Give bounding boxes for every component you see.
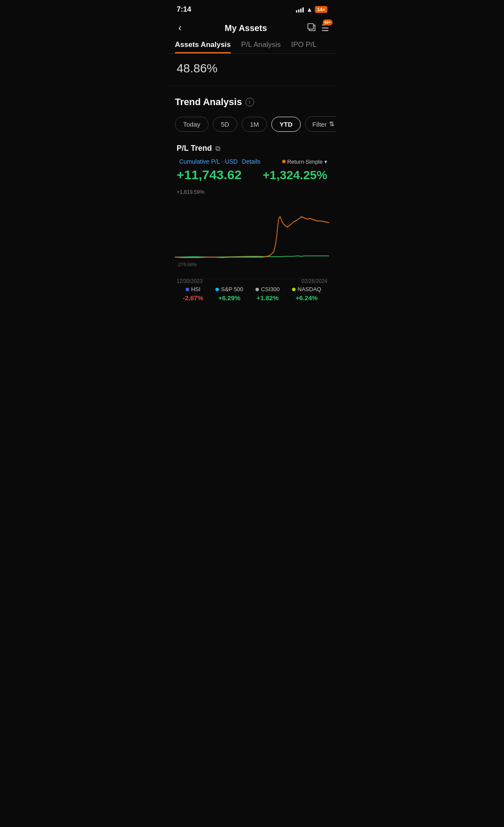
share-icon[interactable] — [307, 22, 316, 34]
details-link[interactable]: Details — [242, 158, 261, 165]
period-today[interactable]: Today — [175, 117, 208, 132]
nasdaq-label: NASDAQ — [298, 286, 321, 292]
menu-button[interactable]: ☰ 99+ — [321, 23, 329, 33]
sp500-value: +6.29% — [218, 294, 240, 302]
chart-date-end: 02/28/2024 — [302, 278, 327, 284]
assets-value-section: 48.86% — [168, 54, 336, 86]
csi300-dot — [255, 288, 259, 291]
chart-bottom-value: -279.68% — [177, 262, 197, 267]
return-dropdown-icon: ▾ — [324, 159, 327, 165]
wifi-icon: ▲ — [306, 6, 312, 13]
pl-values-row: +11,743.62 +1,324.25% — [177, 168, 327, 182]
tab-ipo-pl[interactable]: IPO P/L — [291, 40, 317, 53]
sp500-dot — [215, 288, 219, 291]
hsi-label: HSI — [191, 286, 201, 292]
filter-icon: ⇅ — [329, 120, 335, 128]
hsi-dot — [186, 288, 189, 291]
tab-bar: Assets Analysis P/L Analysis IPO P/L — [168, 40, 336, 54]
return-type[interactable]: Return·Simple ▾ — [282, 159, 327, 165]
pl-meta-label: Cumulative P/L · USD Details — [177, 158, 260, 165]
trend-section: Trend Analysis i Today 5D 1M YTD Filter … — [168, 86, 336, 312]
return-label: Return·Simple — [287, 159, 323, 165]
nasdaq-value: +6.24% — [296, 294, 317, 302]
status-icons: ▲ 14+ — [296, 6, 327, 13]
trend-header: Trend Analysis i — [175, 96, 329, 108]
hsi-value: -2.67% — [183, 294, 203, 302]
sp500-label: S&P 500 — [221, 286, 243, 292]
notification-badge: 99+ — [323, 19, 333, 25]
pl-meta-row: Cumulative P/L · USD Details Return·Simp… — [177, 158, 327, 165]
chart-date-labels: 12/30/2023 02/28/2024 — [175, 276, 329, 284]
legend-hsi: HSI -2.67% — [183, 286, 203, 302]
return-dot — [282, 160, 286, 163]
chart-area: +1,819.59% -279.68% 12/30/2023 02/28/202… — [175, 189, 329, 275]
legend-sp500: S&P 500 +6.29% — [215, 286, 243, 302]
trend-title: Trend Analysis — [175, 96, 242, 108]
info-icon[interactable]: i — [246, 98, 254, 106]
status-bar: 7:14 ▲ 14+ — [168, 0, 336, 17]
filter-label: Filter — [312, 121, 327, 128]
svg-rect-0 — [308, 23, 314, 29]
battery-icon: 14+ — [315, 6, 327, 13]
legend-nasdaq: NASDAQ +6.24% — [292, 286, 321, 302]
signal-icon — [296, 6, 304, 12]
pl-section: P/L Trend ⧉ Cumulative P/L · USD Details… — [175, 144, 329, 305]
chart-svg: -279.68% — [175, 196, 329, 276]
page-title: My Assets — [225, 23, 267, 33]
copy-icon[interactable]: ⧉ — [215, 145, 220, 152]
assets-percentage: 48.86% — [177, 62, 327, 75]
filter-button[interactable]: Filter ⇅ — [305, 116, 336, 132]
pl-title: P/L Trend — [177, 144, 212, 153]
chart-date-start: 12/30/2023 — [177, 278, 202, 284]
back-button[interactable]: ‹ — [175, 21, 185, 35]
tab-pl-analysis[interactable]: P/L Analysis — [241, 40, 281, 53]
pl-usd-value: +11,743.62 — [177, 168, 242, 182]
period-row: Today 5D 1M YTD Filter ⇅ — [175, 116, 329, 132]
nasdaq-dot — [292, 288, 296, 291]
csi300-label: CSI300 — [261, 286, 280, 292]
status-time: 7:14 — [177, 5, 191, 14]
period-1m[interactable]: 1M — [242, 117, 267, 132]
period-ytd[interactable]: YTD — [271, 117, 301, 132]
header-actions: ☰ 99+ — [307, 22, 329, 34]
header: ‹ My Assets ☰ 99+ — [168, 17, 336, 40]
tab-assets-analysis[interactable]: Assets Analysis — [175, 40, 231, 53]
csi300-value: +1.82% — [256, 294, 278, 302]
period-5d[interactable]: 5D — [213, 117, 237, 132]
legend-csi300: CSI300 +1.82% — [255, 286, 280, 302]
pl-pct-value: +1,324.25% — [263, 168, 327, 182]
pl-header: P/L Trend ⧉ — [177, 144, 327, 153]
chart-top-label: +1,819.59% — [175, 189, 329, 195]
